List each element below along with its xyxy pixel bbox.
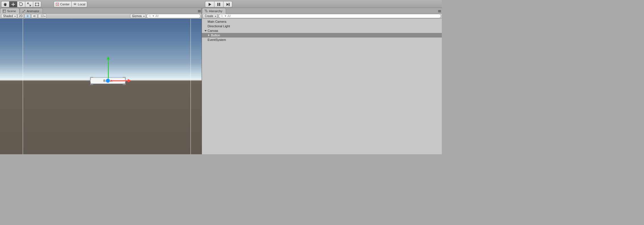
pivot-space-toggle[interactable]: Local <box>71 1 87 7</box>
rotate-tool-button[interactable] <box>17 1 25 7</box>
hierarchy-tab-icon <box>204 9 208 13</box>
hand-tool-button[interactable] <box>1 1 9 7</box>
step-button[interactable] <box>223 1 232 7</box>
hierarchy-item[interactable]: Main Camera <box>202 19 442 24</box>
toggle-lighting[interactable] <box>24 14 31 18</box>
pivot-group: Center Local <box>54 1 87 7</box>
svg-rect-24 <box>438 12 441 12</box>
gizmos-label: Gizmos <box>132 14 142 18</box>
animator-tab-icon <box>22 9 26 13</box>
hierarchy-search[interactable]: All <box>219 14 441 18</box>
svg-rect-23 <box>438 11 441 11</box>
hierarchy-item-label: Button <box>211 34 220 37</box>
svg-point-17 <box>42 15 42 16</box>
tab-animator[interactable]: Animator <box>20 8 43 14</box>
rect-icon <box>35 2 39 7</box>
svg-point-3 <box>35 5 36 6</box>
toggle-2d[interactable]: 2D <box>18 14 24 18</box>
rect-tool-button[interactable] <box>33 1 41 7</box>
svg-rect-12 <box>198 10 201 11</box>
main-toolbar: Center Local <box>0 0 442 8</box>
svg-point-2 <box>38 3 39 3</box>
hierarchy-item[interactable]: EventSystem <box>202 38 442 42</box>
hierarchy-item[interactable]: Button <box>202 33 442 38</box>
hierarchy-item-label: EventSystem <box>208 38 226 41</box>
svg-rect-21 <box>206 12 208 12</box>
expander-icon[interactable] <box>204 30 207 32</box>
image-icon <box>41 15 44 18</box>
pause-icon <box>217 2 221 7</box>
tab-scene-label: Scene <box>7 9 16 13</box>
toggle-audio[interactable] <box>31 14 37 18</box>
hierarchy-tree[interactable]: Main CameraDirectional LightCanvasButton… <box>202 19 442 154</box>
svg-point-18 <box>149 15 150 17</box>
toggle-2d-label: 2D <box>19 14 23 18</box>
hierarchy-item[interactable]: Canvas <box>202 28 442 33</box>
scene-panel-options[interactable] <box>197 9 202 13</box>
hand-icon <box>3 2 7 7</box>
scale-icon <box>27 2 31 7</box>
search-icon <box>221 15 223 18</box>
svg-rect-19 <box>204 10 207 10</box>
sun-icon <box>26 14 29 18</box>
scene-ui-button-label: Button <box>103 79 112 82</box>
pivot-mode-label: Center <box>60 3 70 6</box>
svg-point-4 <box>38 5 39 6</box>
scene-tab-strip: Scene Animator <box>0 8 202 14</box>
move-tool-button[interactable] <box>9 1 17 7</box>
step-icon <box>226 2 230 7</box>
scene-search[interactable]: All <box>147 14 200 18</box>
audio-icon <box>33 14 36 18</box>
options-icon <box>438 10 441 13</box>
scale-tool-button[interactable] <box>25 1 33 7</box>
search-icon <box>149 15 151 18</box>
play-icon <box>208 2 212 7</box>
hierarchy-panel-options[interactable] <box>437 9 442 13</box>
options-icon <box>198 10 201 13</box>
hierarchy-item-label: Main Camera <box>208 20 226 23</box>
pause-button[interactable] <box>214 1 223 7</box>
panels-row: Scene Animator Shaded 2D <box>0 8 442 154</box>
hierarchy-item-label: Canvas <box>208 29 218 32</box>
svg-rect-8 <box>219 3 220 6</box>
search-filter-caret <box>152 16 154 17</box>
hierarchy-panel: Hierarchy Create All Main CameraDirectio… <box>202 8 442 154</box>
hierarchy-toolbar: Create All <box>202 14 442 19</box>
center-icon <box>56 3 59 6</box>
svg-rect-14 <box>198 12 201 12</box>
hierarchy-create-label: Create <box>205 14 213 18</box>
svg-rect-22 <box>438 10 441 11</box>
expander-icon[interactable] <box>208 34 210 36</box>
scene-ui-button[interactable]: Button <box>90 78 126 84</box>
tab-animator-label: Animator <box>27 9 39 13</box>
tab-scene[interactable]: Scene <box>0 8 20 14</box>
fx-dropdown[interactable] <box>38 14 47 18</box>
svg-rect-9 <box>3 10 6 13</box>
local-icon <box>73 3 77 6</box>
scene-search-placeholder: All <box>155 14 158 18</box>
scene-tab-icon <box>3 9 6 13</box>
pivot-space-label: Local <box>78 3 85 6</box>
svg-point-1 <box>35 3 36 3</box>
playback-group <box>205 1 232 7</box>
pivot-mode-toggle[interactable]: Center <box>54 1 71 7</box>
hierarchy-item[interactable]: Directional Light <box>202 24 442 28</box>
hierarchy-search-placeholder: All <box>227 14 231 18</box>
scene-toolbar: Shaded 2D Gizmos All <box>0 14 202 19</box>
svg-point-6 <box>57 4 58 5</box>
hierarchy-item-label: Directional Light <box>208 24 230 28</box>
scene-panel: Scene Animator Shaded 2D <box>0 8 202 154</box>
scene-viewport[interactable]: Button <box>0 19 202 154</box>
play-button[interactable] <box>205 1 214 7</box>
svg-rect-0 <box>35 3 39 5</box>
gizmo-y-axis[interactable] <box>106 55 110 60</box>
gizmo-x-axis[interactable] <box>128 79 133 82</box>
transform-tool-group <box>1 1 41 7</box>
shading-mode-dropdown[interactable]: Shaded <box>1 14 17 18</box>
svg-rect-7 <box>218 3 218 6</box>
tab-hierarchy[interactable]: Hierarchy <box>202 8 226 14</box>
canvas-outline <box>23 19 191 154</box>
hierarchy-create-dropdown[interactable]: Create <box>203 14 218 18</box>
gizmos-dropdown[interactable]: Gizmos <box>130 14 146 18</box>
move-icon <box>11 2 15 7</box>
